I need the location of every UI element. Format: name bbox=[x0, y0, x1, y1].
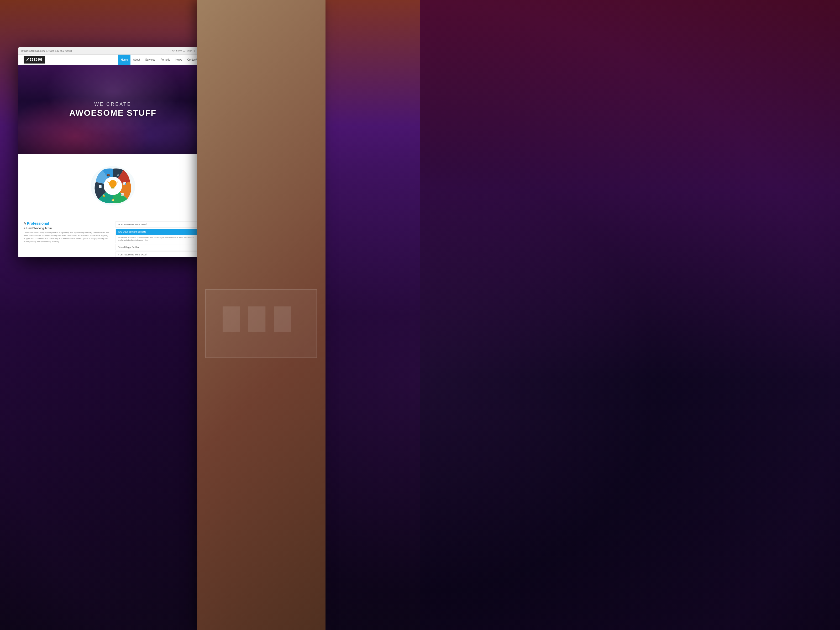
svg-rect-19 bbox=[274, 306, 291, 332]
nav-news[interactable]: News bbox=[173, 55, 185, 65]
email-info: info@yourdomain.com bbox=[21, 50, 45, 52]
nav-portfolio[interactable]: Portfolio bbox=[158, 55, 173, 65]
accordion-header-3[interactable]: Visual Page Builder + bbox=[116, 245, 202, 250]
svg-rect-18 bbox=[248, 306, 265, 332]
accordion-section: Font Awesome Icons Used + iOS Developmen… bbox=[115, 221, 202, 257]
accordion-header-1[interactable]: Font Awesome Icons Used + bbox=[116, 221, 202, 227]
accordion-header-2[interactable]: iOS Development Benefits − bbox=[116, 229, 202, 235]
accordion-header-4[interactable]: Font Awesome Icons Used + bbox=[116, 252, 202, 257]
svg-rect-3 bbox=[111, 187, 114, 188]
svg-rect-17 bbox=[223, 306, 240, 332]
nav-services[interactable]: Services bbox=[142, 55, 158, 65]
logo: ZOOM bbox=[24, 56, 45, 63]
team-text: Lorem ipsum is simply dummy text of the … bbox=[24, 231, 110, 243]
social-icons: f ✓ G+ in ⊙ ✉ ☁ bbox=[169, 50, 185, 52]
browser-window-left: info@yourdomain.com 1+(000)-123-456-789 … bbox=[18, 47, 207, 257]
svg-text:📁: 📁 bbox=[111, 199, 115, 202]
team-subtitle: & Hard Working Team bbox=[24, 227, 110, 230]
login-link[interactable]: Login bbox=[187, 50, 193, 52]
nav-links: Home About Services Portfolio News Conta… bbox=[118, 55, 202, 65]
hero-subtitle: WE CREATE bbox=[69, 102, 156, 107]
team-title: A Professional bbox=[24, 221, 110, 226]
phone-info: 1+(000)-123-456-789 go bbox=[46, 50, 72, 52]
services-wheel: 💼 🖥 📊 📈 📁 🔒 📄 bbox=[87, 162, 139, 210]
team-info-section: A Professional & Hard Working Team Lorem… bbox=[18, 219, 207, 257]
hero-section: WE CREATE AWOESOME STUFF bbox=[18, 65, 207, 154]
accordion-item-2: iOS Development Benefits − Ut ornare mas… bbox=[115, 229, 202, 243]
svg-text:💼: 💼 bbox=[107, 173, 110, 177]
r-portfolio-section: Our Amazing Portfolio WEB DESIGN PRINT M… bbox=[197, 327, 325, 383]
accordion-label-1: Font Awesome Icons Used bbox=[118, 223, 147, 226]
browser-panel-right: ✎ Creative Design Lorem ipsum dolor sit … bbox=[197, 0, 325, 630]
nav-about[interactable]: About bbox=[131, 55, 142, 65]
hero-text: WE CREATE AWOESOME STUFF bbox=[69, 102, 156, 118]
accordion-label-2: iOS Development Benefits bbox=[118, 231, 146, 233]
hero-title: AWOESOME STUFF bbox=[69, 108, 156, 118]
accordion-body-2: Ut ornare massa ut ullamcorper iusto. Se… bbox=[116, 235, 202, 243]
bg-right bbox=[420, 0, 840, 630]
svg-text:🖥: 🖥 bbox=[116, 174, 119, 177]
accordion-item-3: Visual Page Builder + bbox=[115, 244, 202, 250]
svg-text:📈: 📈 bbox=[120, 193, 124, 196]
r-portfolio-thumb-2[interactable] bbox=[262, 346, 319, 378]
svg-text:📄: 📄 bbox=[99, 185, 102, 188]
svg-text:🔒: 🔒 bbox=[102, 194, 106, 197]
nav-bar: ZOOM Home About Services Portfolio News … bbox=[18, 55, 207, 65]
accordion-label-4: Font Awesome Icons Used bbox=[118, 253, 147, 256]
accordion-item-1: Font Awesome Icons Used + bbox=[115, 221, 202, 227]
team-text-left: A Professional & Hard Working Team Lorem… bbox=[24, 221, 110, 257]
accordion-label-3: Visual Page Builder bbox=[118, 246, 139, 249]
accordion-item-4: Font Awesome Icons Used + bbox=[115, 251, 202, 257]
svg-text:📊: 📊 bbox=[123, 182, 126, 185]
browser-topbar: info@yourdomain.com 1+(000)-123-456-789 … bbox=[18, 47, 207, 55]
services-wheel-section: 💼 🖥 📊 📈 📁 🔒 📄 bbox=[18, 154, 207, 219]
r-portfolio-images bbox=[203, 346, 319, 378]
nav-home[interactable]: Home bbox=[118, 55, 131, 65]
